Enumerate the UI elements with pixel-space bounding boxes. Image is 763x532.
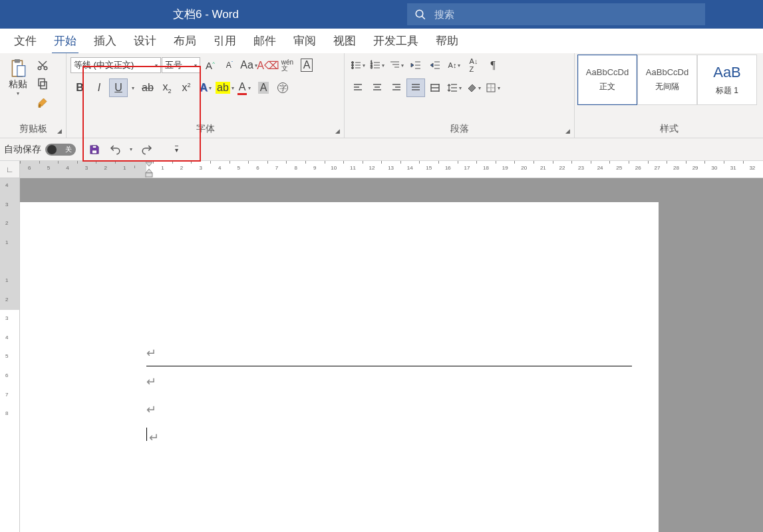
bullets-button[interactable]	[349, 56, 367, 74]
group-font: 等线 (中文正文)▾ 五号▾ A^ Aˇ Aa A⌫ wén文 A B I U …	[67, 53, 345, 138]
svg-rect-4	[17, 66, 25, 76]
group-clipboard: 粘贴 ▾ 剪贴板 ◢	[0, 53, 67, 138]
autosave-toggle[interactable]: 关	[45, 144, 76, 156]
subscript-button[interactable]: x2	[158, 78, 176, 97]
toggle-knob	[47, 145, 57, 154]
phonetic-guide-button[interactable]: wén文	[278, 56, 297, 74]
group-label-paragraph: 段落	[345, 123, 574, 138]
line-spacing-button[interactable]	[445, 78, 464, 97]
superscript-button[interactable]: x2	[177, 78, 196, 97]
undo-button[interactable]	[106, 140, 124, 159]
asian-layout-button[interactable]: A↕	[445, 56, 464, 74]
paragraph-line[interactable]: ↵	[146, 428, 632, 456]
ruler-v-numbers: 432112345678	[5, 182, 8, 430]
underline-button[interactable]: U	[109, 78, 128, 97]
tab-help[interactable]: 帮助	[427, 29, 467, 53]
style-heading1[interactable]: AaB 标题 1	[697, 55, 757, 105]
qat-customize[interactable]: ▾	[167, 140, 186, 159]
align-left-button[interactable]	[349, 78, 367, 97]
tab-home[interactable]: 开始	[45, 29, 85, 53]
ruler-horizontal[interactable]: ∟ 65432112345678910111213141516171819202…	[0, 161, 763, 178]
style-no-spacing[interactable]: AaBbCcDd 无间隔	[637, 55, 697, 105]
cut-button[interactable]	[33, 56, 52, 74]
bold-button[interactable]: B	[71, 78, 89, 97]
font-size-combo[interactable]: 五号▾	[162, 57, 200, 73]
change-case-button[interactable]: Aa	[239, 56, 258, 74]
tab-developer[interactable]: 开发工具	[365, 29, 427, 53]
show-marks-button[interactable]: ¶	[484, 56, 502, 74]
svg-rect-60	[92, 146, 96, 148]
align-center-button[interactable]	[368, 78, 386, 97]
style-normal[interactable]: AaBbCcDd 正文	[577, 55, 637, 105]
paste-label: 粘贴	[9, 78, 27, 90]
paragraph-mark-icon: ↵	[146, 374, 156, 389]
strikethrough-button[interactable]: ab	[138, 78, 157, 97]
tab-mailings[interactable]: 邮件	[245, 29, 285, 53]
clipboard-launcher[interactable]: ◢	[54, 126, 65, 136]
undo-split[interactable]: ▾	[126, 140, 136, 159]
char-shading-button[interactable]: A	[254, 78, 273, 97]
svg-marker-31	[430, 63, 433, 67]
shrink-font-button[interactable]: Aˇ	[220, 56, 239, 74]
redo-button[interactable]	[138, 140, 156, 159]
sort-button[interactable]: A↓Z	[464, 56, 483, 74]
tab-view[interactable]: 视图	[325, 29, 365, 53]
multilevel-list-button[interactable]	[387, 56, 406, 74]
grow-font-button[interactable]: A^	[201, 56, 220, 74]
tab-references[interactable]: 引用	[205, 29, 245, 53]
decrease-indent-button[interactable]	[406, 56, 425, 74]
font-name-combo[interactable]: 等线 (中文正文)▾	[71, 57, 161, 73]
save-button[interactable]	[85, 140, 104, 159]
align-center-icon	[372, 82, 382, 93]
ruler-vertical[interactable]: 432112345678	[0, 178, 20, 532]
tab-layout[interactable]: 布局	[165, 29, 205, 53]
copy-button[interactable]	[33, 74, 52, 93]
enclose-char-button[interactable]: 字	[273, 78, 292, 97]
highlight-button[interactable]: ab	[216, 78, 234, 97]
font-color-button[interactable]: A	[235, 78, 253, 97]
tab-selector[interactable]: ∟	[0, 161, 20, 178]
paragraph-mark-icon: ↵	[146, 346, 156, 360]
increase-indent-button[interactable]	[426, 56, 444, 74]
justify-button[interactable]	[406, 78, 425, 97]
paragraph-line[interactable]: ↵	[146, 400, 632, 428]
numbering-button[interactable]: 123	[368, 56, 386, 74]
tab-review[interactable]: 审阅	[285, 29, 325, 53]
distribute-icon	[430, 82, 440, 93]
text-effects-button[interactable]: A	[196, 78, 215, 97]
chevron-down-icon: ▾	[17, 90, 19, 96]
doc-name: 文档6	[173, 8, 202, 21]
window-title: 文档6 - Word	[173, 7, 239, 22]
search-box[interactable]	[407, 3, 705, 25]
document-area[interactable]: ↵ ↵ ↵ ↵	[20, 178, 763, 532]
paste-button[interactable]: 粘贴 ▾	[4, 56, 32, 105]
underline-split[interactable]: ▾	[128, 78, 138, 97]
format-painter-button[interactable]	[33, 93, 52, 112]
line-spacing-icon	[447, 82, 458, 93]
char-border-button[interactable]: A	[297, 56, 316, 74]
align-right-button[interactable]	[387, 78, 406, 97]
paragraph-launcher[interactable]: ◢	[562, 126, 573, 136]
page-content[interactable]: ↵ ↵ ↵ ↵	[146, 343, 632, 456]
font-launcher[interactable]: ◢	[332, 126, 343, 136]
tab-insert[interactable]: 插入	[85, 29, 125, 53]
copy-icon	[37, 78, 49, 90]
numbering-icon: 123	[370, 60, 381, 70]
borders-button[interactable]	[484, 78, 502, 97]
search-input[interactable]	[434, 9, 681, 20]
align-right-icon	[391, 82, 402, 93]
shading-button[interactable]	[464, 78, 483, 97]
tab-file[interactable]: 文件	[5, 29, 45, 53]
tab-design[interactable]: 设计	[125, 29, 165, 53]
svg-rect-3	[15, 59, 21, 63]
outdent-icon	[410, 60, 421, 70]
page[interactable]: ↵ ↵ ↵ ↵	[20, 202, 659, 532]
border-icon	[486, 82, 496, 93]
distribute-button[interactable]	[426, 78, 444, 97]
italic-button[interactable]: I	[90, 78, 108, 97]
align-left-icon	[353, 82, 363, 93]
paragraph-line[interactable]: ↵	[146, 372, 632, 400]
clear-formatting-button[interactable]: A⌫	[259, 56, 277, 74]
indent-marker[interactable]	[145, 161, 153, 178]
paragraph-line[interactable]: ↵	[146, 343, 632, 371]
